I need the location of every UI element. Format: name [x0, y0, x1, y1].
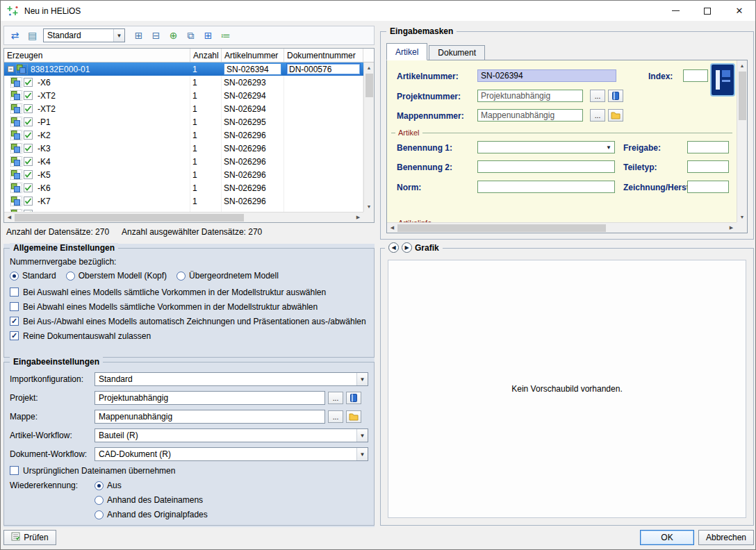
list-view-icon[interactable]: ≔ — [217, 28, 233, 43]
dateiname-checkbox-icon[interactable] — [10, 466, 19, 475]
radio-option[interactable]: Übergeordnetem Modell — [176, 271, 279, 281]
checkbox-icon[interactable] — [10, 288, 19, 297]
table-row[interactable]: -XT21SN-026294 — [4, 89, 363, 102]
dokumentnummer-cell[interactable]: DN-000576 — [284, 62, 363, 76]
projekt-book-icon[interactable] — [346, 392, 361, 404]
artikelnummer-field[interactable]: SN-026394 — [477, 69, 616, 82]
radio-option[interactable]: Aus — [94, 481, 208, 490]
dokument-workflow-dropdown[interactable]: CAD-Dokument (R) ▼ — [94, 447, 368, 461]
cancel-button[interactable]: Abbrechen — [698, 530, 754, 545]
artikelnummer-cell[interactable]: SN-026293 — [222, 76, 284, 89]
artikelnummer-cell[interactable]: SN-026394 — [222, 62, 284, 76]
artikelnummer-cell[interactable]: SN-026296 — [222, 128, 284, 142]
radio-option[interactable]: Anhand des Originalpfades — [94, 510, 208, 519]
collapse-structure-icon[interactable]: ⊟ — [148, 28, 164, 43]
checkbox-icon[interactable]: ✓ — [10, 317, 19, 326]
maximize-button[interactable] — [691, 1, 723, 21]
projekt-browse-button[interactable]: ... — [328, 392, 343, 404]
table-row[interactable]: -K71SN-026296 — [4, 194, 363, 208]
dokumentnummer-cell[interactable] — [284, 142, 363, 155]
artikelnummer-cell[interactable]: SN-026296 — [222, 142, 284, 155]
checkbox-icon[interactable] — [10, 302, 19, 311]
radio-icon[interactable] — [66, 272, 75, 281]
select-structure-icon[interactable]: ⊕ — [165, 28, 181, 43]
checkbox-option[interactable]: ✓Reine Dokumentauswahl zulassen — [10, 331, 370, 341]
artikelnummer-cell[interactable]: SN-026295 — [222, 115, 284, 128]
scroll-right-icon[interactable]: ▶ — [726, 223, 737, 233]
table-row[interactable]: -K31SN-026296 — [4, 142, 363, 155]
projektnummer-field[interactable]: Projektunabhängig — [477, 90, 583, 102]
radio-option[interactable]: Anhand des Dateinamens — [94, 495, 208, 505]
projektnummer-book-icon[interactable] — [608, 90, 623, 102]
table-row[interactable]: -K61SN-026296 — [4, 181, 363, 194]
scroll-right-icon[interactable]: ▶ — [353, 212, 363, 223]
radio-icon[interactable] — [94, 496, 104, 505]
column-header-artikelnummer[interactable]: Artikelnummer — [222, 49, 284, 62]
radio-option[interactable]: Standard — [10, 271, 56, 281]
zeichnung-field[interactable] — [687, 181, 729, 193]
dokumentnummer-cell[interactable] — [284, 76, 363, 89]
close-button[interactable]: ✕ — [723, 1, 755, 21]
teiletyp-field[interactable] — [687, 160, 729, 173]
table-horizontal-scrollbar[interactable]: ◀ ▶ — [4, 212, 363, 222]
projektnummer-browse-button[interactable]: ... — [590, 90, 605, 102]
checkbox-icon[interactable]: ✓ — [10, 331, 19, 340]
table-row[interactable]: -K51SN-026296 — [4, 168, 363, 181]
dokumentnummer-cell[interactable] — [284, 102, 363, 115]
artikelnummer-cell[interactable]: SN-026296 — [222, 168, 284, 181]
mask-edit-icon[interactable]: ▤ — [24, 28, 40, 43]
scroll-thumb[interactable] — [365, 74, 373, 97]
artikel-type-icon[interactable] — [710, 63, 735, 97]
scroll-down-icon[interactable]: ▼ — [364, 201, 375, 212]
table-row[interactable]: −838132E000-011SN-026394DN-000576 — [4, 62, 363, 76]
title-bar[interactable]: Neu in HELiOS ✕ — [1, 1, 755, 22]
column-header-anzahl[interactable]: Anzahl — [190, 49, 222, 62]
artikelnummer-cell[interactable]: SN-026296 — [222, 194, 284, 208]
index-field[interactable] — [683, 69, 708, 82]
radio-icon[interactable] — [94, 481, 104, 490]
table-row[interactable]: -K21SN-026296 — [4, 128, 363, 142]
projekt-field[interactable]: Projektunabhängig — [94, 391, 325, 405]
preset-dropdown[interactable]: Standard ▼ — [43, 28, 125, 42]
tab-dokument[interactable]: Dokument — [429, 45, 485, 60]
radio-option[interactable]: Oberstem Modell (Kopf) — [66, 271, 167, 281]
next-image-button[interactable]: ▶ — [402, 242, 412, 253]
checkbox-option[interactable]: Bei Auswahl eines Modells sämtliche Vork… — [10, 288, 370, 297]
dokumentnummer-cell[interactable] — [284, 89, 363, 102]
scroll-up-icon[interactable]: ▲ — [364, 62, 375, 73]
copy-structure-icon[interactable]: ⧉ — [183, 28, 199, 43]
checkbox-option[interactable]: Bei Abwahl eines Modells sämtliche Vorko… — [10, 302, 370, 312]
expand-toggle-icon[interactable]: − — [8, 66, 14, 72]
form-horizontal-scrollbar[interactable]: ◀ ▶ — [387, 222, 737, 233]
table-row[interactable]: -P11SN-026295 — [4, 115, 363, 128]
mappennummer-folder-icon[interactable] — [608, 109, 623, 122]
artikelnummer-cell[interactable]: SN-026294 — [222, 102, 284, 115]
artikel-workflow-dropdown[interactable]: Bauteil (R) ▼ — [94, 428, 368, 442]
scroll-down-icon[interactable]: ▼ — [737, 212, 748, 222]
benennung1-dropdown[interactable]: ▼ — [477, 141, 615, 153]
form-vertical-scrollbar[interactable]: ▲ ▼ — [737, 60, 747, 222]
prufen-button[interactable]: Prüfen — [3, 530, 56, 545]
artikelnummer-cell[interactable]: SN-026296 — [222, 155, 284, 168]
expand-structure-icon[interactable]: ⊞ — [131, 28, 147, 43]
freigabe-field[interactable] — [687, 141, 729, 153]
mappennummer-field[interactable]: Mappenunabhängig — [477, 109, 583, 122]
scroll-thumb[interactable] — [15, 214, 244, 222]
mappennummer-browse-button[interactable]: ... — [590, 109, 605, 122]
tab-artikel[interactable]: Artikel — [386, 43, 427, 60]
dokumentnummer-cell[interactable] — [284, 194, 363, 208]
minimize-button[interactable] — [659, 1, 691, 21]
mappe-folder-icon[interactable] — [346, 410, 361, 423]
checkbox-option[interactable]: ✓Bei Aus-/Abwahl eines Modells automatis… — [10, 317, 370, 326]
dateiname-checkbox-option[interactable]: Ursprünglichen Dateinamen übernehmen — [10, 466, 368, 476]
radio-icon[interactable] — [176, 272, 186, 281]
scroll-left-icon[interactable]: ◀ — [4, 212, 15, 223]
scroll-left-icon[interactable]: ◀ — [387, 223, 397, 233]
dokumentnummer-cell[interactable] — [284, 181, 363, 194]
mappe-field[interactable]: Mappenunabhängig — [94, 410, 325, 424]
dokumentnummer-cell[interactable] — [284, 155, 363, 168]
previous-image-button[interactable]: ◀ — [388, 242, 399, 253]
benennung2-field[interactable] — [477, 160, 615, 173]
table-row[interactable]: -X61SN-026293 — [4, 76, 363, 89]
radio-icon[interactable] — [10, 272, 19, 281]
